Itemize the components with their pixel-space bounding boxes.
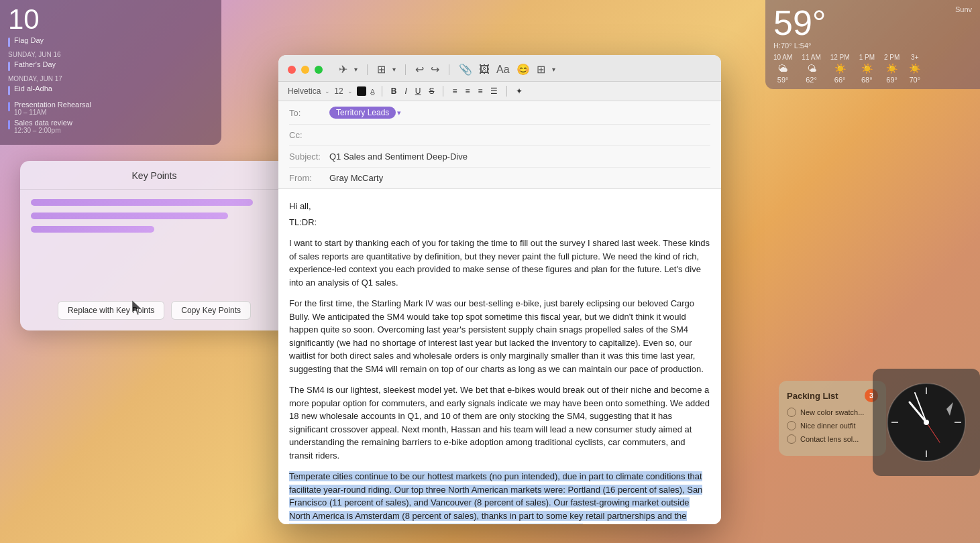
send-icon[interactable]: ✈	[339, 63, 347, 76]
calendar-event-flagday: Flag Day	[8, 36, 213, 47]
weather-label: Sunv	[955, 5, 972, 13]
from-value: Gray McCarty	[329, 173, 710, 183]
hour-time: 3+	[909, 54, 920, 61]
maximize-button[interactable]	[315, 66, 323, 74]
subject-field-row: Subject: Q1 Sales and Sentiment Deep-Div…	[289, 146, 710, 168]
size-chevron[interactable]: ⌄	[347, 88, 353, 95]
hour-icon: ☀️	[830, 63, 850, 74]
list-button[interactable]: ☰	[488, 86, 500, 97]
mail-paragraph-3: The SM4 is our lightest, sleekest model …	[289, 383, 710, 462]
hour-time: 11 AM	[802, 54, 820, 61]
key-points-buttons: Replace with Key Points Copy Key Points	[20, 293, 288, 320]
event-bar	[8, 120, 10, 129]
replace-key-points-button[interactable]: Replace with Key Points	[58, 301, 164, 320]
weather-hour-5: 2 PM ☀️ 69°	[884, 54, 900, 84]
weather-hour-3: 12 PM ☀️ 66°	[830, 54, 850, 84]
event-bar	[8, 86, 10, 95]
cc-label: Cc:	[289, 130, 329, 140]
weather-widget: 59° H:70° L:54° Sunv 10 AM 🌥 59° 11 AM 🌤…	[765, 0, 980, 89]
redo-icon[interactable]: ↪	[431, 63, 439, 76]
bold-button[interactable]: B	[389, 86, 399, 97]
mail-toolbar: ✈ ▾ ⊞ ▾ ↩ ↪ 📎 🖼 Aa 😊 ⊞ ▾	[339, 63, 555, 76]
mail-paragraph-4: Temperate cities continue to be our hott…	[289, 470, 710, 524]
more-fmt-button[interactable]: ✦	[514, 86, 525, 97]
calendar-event-sales: Sales data review 12:30 – 2:00pm	[8, 119, 213, 134]
weather-hour-4: 1 PM ☀️ 68°	[859, 54, 875, 84]
hour-icon: ☀️	[859, 63, 875, 74]
mail-paragraph-2: For the first time, the Starling Mark IV…	[289, 297, 710, 375]
from-label: From:	[289, 173, 329, 183]
strikethrough-button[interactable]: S	[427, 86, 436, 97]
packing-item-2: Nice dinner outfit	[787, 421, 878, 430]
event-label: Father's Day	[14, 60, 56, 68]
cal-section-sun: SUNDAY, JUN 16	[8, 51, 213, 58]
font-size-selector[interactable]: 12	[334, 86, 343, 96]
to-chip-chevron[interactable]: ▾	[397, 109, 401, 117]
toolbar-separator	[449, 64, 449, 75]
hour-temp: 66°	[830, 76, 850, 84]
photo-icon[interactable]: 🖼	[479, 64, 490, 76]
send-chevron-icon[interactable]: ▾	[354, 66, 358, 73]
packing-header: Packing List 3	[787, 389, 878, 402]
hour-icon: 🌥	[773, 63, 792, 74]
cc-input[interactable]	[329, 130, 710, 140]
to-chip[interactable]: Territory Leads	[329, 107, 396, 119]
key-points-loading	[20, 199, 288, 233]
mail-header-fields: To: Territory Leads ▾ Cc: Subject: Q1 Sa…	[278, 101, 721, 189]
mail-paragraph-1: I want to start by thanking each of you …	[289, 237, 710, 289]
event-bar	[8, 62, 10, 71]
event-label: Eid al-Adha	[14, 84, 52, 93]
minimize-button[interactable]	[301, 66, 309, 74]
underline-button[interactable]: U	[413, 86, 423, 97]
format-icon[interactable]: ⊞	[377, 63, 386, 76]
italic-button[interactable]: I	[402, 86, 409, 97]
hour-time: 2 PM	[884, 54, 900, 61]
hour-icon: 🌤	[802, 63, 820, 74]
color-swatch[interactable]	[357, 86, 366, 96]
highlighted-text: Temperate cities continue to be our hott…	[289, 471, 702, 524]
more-icon[interactable]: ⊞	[537, 63, 545, 76]
subject-label: Subject:	[289, 152, 329, 162]
hour-time: 1 PM	[859, 54, 875, 61]
copy-key-points-button[interactable]: Copy Key Points	[171, 301, 251, 320]
loading-bar-2	[31, 213, 228, 219]
from-field-row: From: Gray McCarty	[289, 168, 710, 188]
align-left-button[interactable]: ≡	[450, 86, 459, 97]
format-chevron-icon[interactable]: ▾	[392, 66, 396, 73]
align-center-button[interactable]: ≡	[463, 86, 472, 97]
undo-icon[interactable]: ↩	[415, 63, 424, 76]
calendar-time: 10	[8, 5, 213, 34]
hour-temp: 70°	[909, 76, 920, 84]
key-points-title: Key Points	[20, 161, 288, 190]
event-time: 10 – 11AM	[14, 109, 91, 116]
event-bar	[8, 102, 10, 111]
packing-checkbox-1[interactable]	[787, 408, 796, 417]
loading-bar-3	[31, 226, 154, 233]
fmt-separator	[382, 86, 382, 97]
cc-field-row: Cc:	[289, 125, 710, 146]
loading-bar-1	[31, 199, 253, 206]
to-label: To:	[289, 108, 329, 118]
weather-detail: H:70° L:54°	[773, 42, 826, 50]
attachment-icon[interactable]: 📎	[459, 63, 472, 76]
font-selector[interactable]: Helvetica	[288, 86, 321, 96]
font-chevron[interactable]: ⌄	[325, 88, 330, 95]
font-icon[interactable]: Aa	[496, 64, 510, 76]
align-right-button[interactable]: ≡	[476, 86, 484, 97]
packing-item-label-1: New color swatch...	[800, 408, 864, 416]
highlighter-icon[interactable]: A̲	[370, 88, 375, 95]
more-chevron-icon[interactable]: ▾	[552, 66, 555, 73]
mail-titlebar: ✈ ▾ ⊞ ▾ ↩ ↪ 📎 🖼 Aa 😊 ⊞ ▾	[278, 55, 721, 82]
packing-item-label-2: Nice dinner outfit	[800, 422, 856, 430]
hour-icon: ☀️	[909, 63, 920, 74]
packing-list-widget: Packing List 3 New color swatch... Nice …	[779, 381, 886, 456]
emoji-icon[interactable]: 😊	[516, 63, 530, 76]
close-button[interactable]	[288, 66, 296, 74]
packing-item-3: Contact lens sol...	[787, 434, 878, 444]
packing-checkbox-2[interactable]	[787, 421, 796, 430]
subject-value: Q1 Sales and Sentiment Deep-Dive	[329, 152, 710, 162]
hour-temp: 68°	[859, 76, 875, 84]
mail-body[interactable]: Hi all, TL:DR: I want to start by thanki…	[278, 189, 721, 524]
packing-checkbox-3[interactable]	[787, 434, 796, 444]
hour-time: 12 PM	[830, 54, 850, 61]
